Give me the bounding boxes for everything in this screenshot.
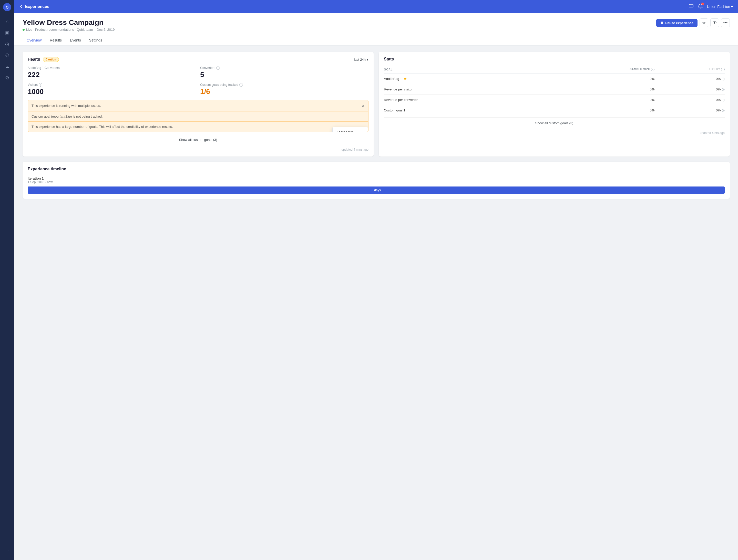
metric-value-custom-goals: 1/6 [200,88,368,96]
health-card: Health Caution last 24h ▾ AddtoBag 1 Con… [23,52,374,156]
health-updated-text: updated 4 mins ago [28,148,368,151]
converters-info-icon[interactable]: i [216,66,220,70]
learn-more-button[interactable]: Learn More [333,127,368,132]
sample-1: 0% [540,84,655,94]
stats-row-1: Revenue per visitor 0% 0% ◷ [384,84,725,94]
sidebar-item-cloud[interactable]: ☁ [2,61,12,72]
pause-button[interactable]: ⏸ Pause experience [656,19,698,27]
health-metrics: AddtoBag 1 Converters 222 Converters i 5 [28,66,368,96]
content-area: Yellow Dress Campaign Live · Product rec… [14,13,738,560]
metric-value-visitors: 1000 [28,88,196,96]
tabs: Overview Results Events Settings [23,36,730,45]
issue-dropdown-menu: Learn More Dismiss [332,127,368,132]
timeline-card: Experience timeline Iteration 1 1 Sep, 2… [23,162,730,199]
collapse-icon[interactable]: ∧ [362,103,365,108]
monitor-topbar-icon[interactable] [689,4,694,10]
stats-updated-text: updated 4 hrs ago [384,131,725,135]
iteration-label: Iteration 1 [28,176,725,180]
metric-converters: Converters i 5 [200,66,368,79]
uplift-3: 0% ◷ [655,105,725,115]
metric-visitors: Visitors i 1000 [28,83,196,96]
tab-overview[interactable]: Overview [23,36,46,45]
sample-0: 0% [540,73,655,84]
stats-row-2: Revenue per converter 0% 0% ◷ [384,94,725,105]
goal-name-0: AddToBag 1 ★ [384,77,540,81]
history-icon-3[interactable]: ◷ [722,108,725,112]
stats-row-3: Custom goal 1 0% 0% ◷ [384,105,725,115]
stats-card: Stats GOAL SAMPLE SIZE i UPL [379,52,730,156]
custom-goals-info-icon[interactable]: i [239,83,243,87]
uplift-info-icon[interactable]: i [721,68,725,71]
metric-label-converters: Converters i [200,66,368,70]
timeline-title: Experience timeline [28,167,725,171]
stats-title: Stats [384,57,725,61]
issue-item-2: This experience has a large number of go… [28,122,368,132]
sidebar-item-settings[interactable]: ⚙ [2,73,12,83]
campaign-title: Yellow Dress Campaign [23,18,114,27]
stats-row-0: AddToBag 1 ★ 0% 0% ◷ [384,73,725,84]
visitors-info-icon[interactable]: i [39,83,42,87]
notification-icon[interactable] [698,4,703,10]
issue-banner-header[interactable]: This experience is running with multiple… [28,100,368,111]
timeline-bar: 3 days [28,186,725,194]
history-icon-0[interactable]: ◷ [722,77,725,81]
time-selector[interactable]: last 24h ▾ [354,58,368,61]
campaign-info: Yellow Dress Campaign Live · Product rec… [23,18,114,31]
metric-label-visitors: Visitors i [28,83,196,87]
sidebar-item-history[interactable]: ◷ [2,39,12,49]
col-goal: GOAL [384,66,540,73]
primary-goal-star: ★ [404,77,407,81]
main-content: Health Caution last 24h ▾ AddtoBag 1 Con… [14,46,738,205]
issue-banner: This experience is running with multiple… [28,100,368,132]
main-area: Experiences Union Fashion ▾ [14,0,738,560]
health-title: Health [28,57,40,62]
stats-table: GOAL SAMPLE SIZE i UPLIFT i [384,66,725,115]
issue-banner-body: Custom goal ImportantSign is not being t… [28,111,368,132]
sidebar-expand-icon[interactable]: → [2,546,12,556]
back-button[interactable]: Experiences [19,4,49,9]
history-icon-1[interactable]: ◷ [722,87,725,91]
live-indicator [23,29,25,31]
more-button[interactable]: ••• [721,18,730,27]
sidebar-item-monitor[interactable]: ▣ [2,28,12,38]
goal-name-2: Revenue per converter [384,98,540,102]
tab-events[interactable]: Events [66,36,85,45]
tab-settings[interactable]: Settings [85,36,106,45]
show-goals-link[interactable]: Show all custom goals (3) [28,134,368,145]
sidebar-logo[interactable]: Q [3,3,11,11]
metric-value-converters1: 222 [28,71,196,79]
metric-value-converters: 5 [200,71,368,79]
preview-button[interactable]: 👁 [710,18,719,27]
uplift-0: 0% ◷ [655,73,725,84]
sample-2: 0% [540,94,655,105]
goal-name-3: Custom goal 1 [384,108,540,112]
sidebar: Q ⌂ ▣ ◷ ⚇ ☁ ⚙ → [0,0,14,560]
topbar: Experiences Union Fashion ▾ [14,0,738,13]
tab-results[interactable]: Results [46,36,66,45]
campaign-meta: Live · Product recommendations · Qubit t… [23,28,114,31]
metric-label-converters1: AddtoBag 1 Converters [28,66,196,70]
org-selector[interactable]: Union Fashion ▾ [707,5,733,9]
history-icon-2[interactable]: ◷ [722,98,725,102]
col-sample: SAMPLE SIZE i [540,66,655,73]
svg-rect-0 [689,4,693,7]
issue-item-1: Custom goal ImportantSign is not being t… [28,111,368,122]
uplift-1: 0% ◷ [655,84,725,94]
show-goals-stats[interactable]: Show all custom goals (3) [384,117,725,129]
sidebar-item-people[interactable]: ⚇ [2,50,12,60]
sidebar-item-home[interactable]: ⌂ [2,16,12,27]
metric-label-custom-goals: Custom goals being tracked i [200,83,368,87]
goal-name-1: Revenue per visitor [384,87,540,91]
caution-badge: Caution [43,57,59,62]
sample-info-icon[interactable]: i [651,68,655,71]
edit-button[interactable]: ✏ [700,18,708,27]
col-uplift: UPLIFT i [655,66,725,73]
issue-summary-text: This experience is running with multiple… [31,104,101,108]
health-header: Health Caution last 24h ▾ [28,57,368,62]
metric-custom-goals: Custom goals being tracked i 1/6 [200,83,368,96]
health-title-row: Health Caution [28,57,59,62]
iteration-dates: 1 Sep, 2018 - now [28,180,725,184]
uplift-2: 0% ◷ [655,94,725,105]
header-actions: ⏸ Pause experience ✏ 👁 ••• [656,18,730,27]
topbar-right: Union Fashion ▾ [689,4,733,10]
